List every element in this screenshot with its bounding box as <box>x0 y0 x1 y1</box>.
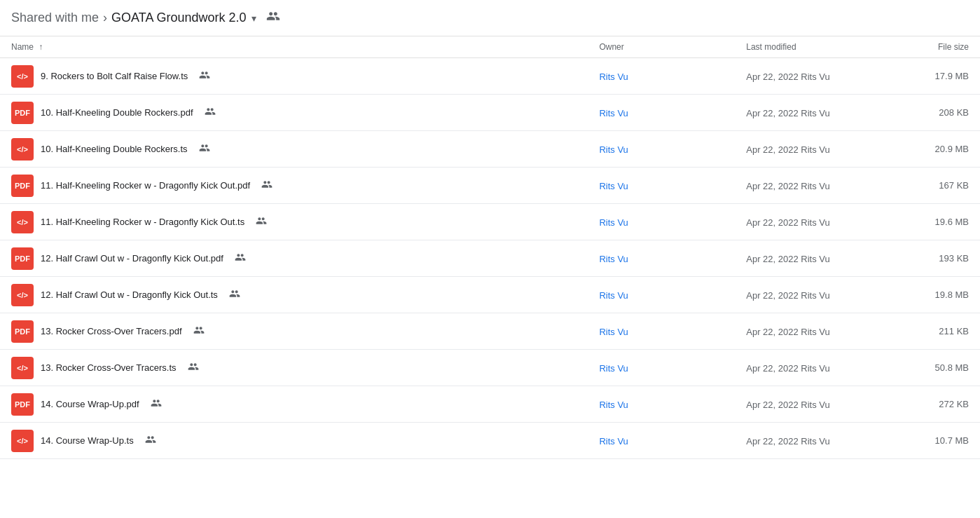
owner-link[interactable]: Rits Vu <box>599 327 628 337</box>
file-name-cell: PDF14. Course Wrap-Up.pdf <box>0 386 588 423</box>
col-header-modified[interactable]: Last modified <box>735 36 882 58</box>
table-row[interactable]: </>14. Course Wrap-Up.tsRits VuApr 22, 2… <box>0 423 980 459</box>
owner-link[interactable]: Rits Vu <box>599 144 628 155</box>
table-row[interactable]: PDF11. Half-Kneeling Rocker w - Dragonfl… <box>0 168 980 204</box>
col-header-owner[interactable]: Owner <box>588 36 735 58</box>
file-name-text: 11. Half-Kneeling Rocker w - Dragonfly K… <box>41 217 244 227</box>
owner-link[interactable]: Rits Vu <box>599 71 628 82</box>
file-name-text: 13. Rocker Cross-Over Tracers.pdf <box>41 326 182 336</box>
file-owner[interactable]: Rits Vu <box>588 240 735 277</box>
file-size: 17.9 MB <box>882 58 980 95</box>
file-name-text: 14. Course Wrap-Up.pdf <box>41 399 139 409</box>
file-owner[interactable]: Rits Vu <box>588 313 735 350</box>
file-size: 167 KB <box>882 168 980 204</box>
shared-with-people-icon <box>145 434 156 447</box>
col-header-name[interactable]: Name ↑ <box>0 36 588 58</box>
file-modified: Apr 22, 2022 Rits Vu <box>735 95 882 131</box>
file-name-cell: </>10. Half-Kneeling Double Rockers.ts <box>0 131 588 168</box>
breadcrumb-shared-with-me[interactable]: Shared with me <box>11 11 99 25</box>
file-name-cell: </>11. Half-Kneeling Rocker w - Dragonfl… <box>0 204 588 240</box>
pdf-icon: PDF <box>11 393 34 416</box>
table-row[interactable]: </>11. Half-Kneeling Rocker w - Dragonfl… <box>0 204 980 240</box>
file-owner[interactable]: Rits Vu <box>588 423 735 459</box>
owner-link[interactable]: Rits Vu <box>599 181 628 191</box>
shared-with-people-icon <box>199 69 210 83</box>
ts-icon: </> <box>11 211 34 233</box>
shared-with-people-icon <box>256 215 267 229</box>
ts-icon: </> <box>11 138 34 161</box>
shared-with-people-icon <box>229 288 240 301</box>
file-owner[interactable]: Rits Vu <box>588 168 735 204</box>
owner-link[interactable]: Rits Vu <box>599 436 628 447</box>
table-row[interactable]: PDF13. Rocker Cross-Over Tracers.pdfRits… <box>0 313 980 350</box>
pdf-icon: PDF <box>11 102 34 124</box>
shared-with-people-icon <box>151 397 162 411</box>
ts-icon: </> <box>11 284 34 306</box>
file-size: 211 KB <box>882 313 980 350</box>
shared-with-people-icon <box>188 361 199 374</box>
file-size: 193 KB <box>882 240 980 277</box>
file-name-text: 14. Course Wrap-Up.ts <box>41 435 134 446</box>
folder-dropdown-icon[interactable]: ▾ <box>250 11 258 25</box>
owner-link[interactable]: Rits Vu <box>599 290 628 301</box>
owner-link[interactable]: Rits Vu <box>599 217 628 228</box>
ts-icon: </> <box>11 65 34 88</box>
table-row[interactable]: PDF14. Course Wrap-Up.pdfRits VuApr 22, … <box>0 386 980 423</box>
file-modified: Apr 22, 2022 Rits Vu <box>735 240 882 277</box>
file-size: 272 KB <box>882 386 980 423</box>
col-header-size[interactable]: File size <box>882 36 980 58</box>
file-size: 50.8 MB <box>882 350 980 386</box>
file-owner[interactable]: Rits Vu <box>588 58 735 95</box>
file-size: 20.9 MB <box>882 131 980 168</box>
shared-people-icon[interactable] <box>266 9 280 27</box>
shared-with-people-icon <box>205 106 216 119</box>
sort-ascending-icon: ↑ <box>39 42 43 52</box>
file-owner[interactable]: Rits Vu <box>588 386 735 423</box>
owner-link[interactable]: Rits Vu <box>599 254 628 264</box>
file-name-cell: </>12. Half Crawl Out w - Dragonfly Kick… <box>0 277 588 313</box>
owner-link[interactable]: Rits Vu <box>599 400 628 410</box>
table-row[interactable]: PDF12. Half Crawl Out w - Dragonfly Kick… <box>0 240 980 277</box>
file-modified: Apr 22, 2022 Rits Vu <box>735 168 882 204</box>
file-name-cell: PDF11. Half-Kneeling Rocker w - Dragonfl… <box>0 168 588 204</box>
ts-icon: </> <box>11 430 34 452</box>
file-modified: Apr 22, 2022 Rits Vu <box>735 204 882 240</box>
table-row[interactable]: PDF10. Half-Kneeling Double Rockers.pdfR… <box>0 95 980 131</box>
file-modified: Apr 22, 2022 Rits Vu <box>735 350 882 386</box>
file-owner[interactable]: Rits Vu <box>588 277 735 313</box>
breadcrumb-separator: › <box>103 11 107 25</box>
breadcrumb-folder-name: GOATA Groundwork 2.0 <box>111 11 246 25</box>
file-owner[interactable]: Rits Vu <box>588 131 735 168</box>
owner-link[interactable]: Rits Vu <box>599 108 628 118</box>
file-name-text: 9. Rockers to Bolt Calf Raise Flow.ts <box>41 71 188 81</box>
table-header-row: Name ↑ Owner Last modified File size <box>0 36 980 58</box>
file-size: 208 KB <box>882 95 980 131</box>
file-modified: Apr 22, 2022 Rits Vu <box>735 313 882 350</box>
file-modified: Apr 22, 2022 Rits Vu <box>735 277 882 313</box>
file-name-cell: PDF10. Half-Kneeling Double Rockers.pdf <box>0 95 588 131</box>
file-name-cell: PDF13. Rocker Cross-Over Tracers.pdf <box>0 313 588 350</box>
shared-with-people-icon <box>261 179 272 192</box>
shared-with-people-icon <box>199 142 210 156</box>
table-row[interactable]: </>12. Half Crawl Out w - Dragonfly Kick… <box>0 277 980 313</box>
file-modified: Apr 22, 2022 Rits Vu <box>735 386 882 423</box>
file-name-text: 12. Half Crawl Out w - Dragonfly Kick Ou… <box>41 289 218 300</box>
owner-link[interactable]: Rits Vu <box>599 363 628 374</box>
file-size: 19.6 MB <box>882 204 980 240</box>
file-modified: Apr 22, 2022 Rits Vu <box>735 423 882 459</box>
file-owner[interactable]: Rits Vu <box>588 204 735 240</box>
table-row[interactable]: </>9. Rockers to Bolt Calf Raise Flow.ts… <box>0 58 980 95</box>
file-name-cell: </>9. Rockers to Bolt Calf Raise Flow.ts <box>0 58 588 95</box>
file-size: 10.7 MB <box>882 423 980 459</box>
file-owner[interactable]: Rits Vu <box>588 350 735 386</box>
file-owner[interactable]: Rits Vu <box>588 95 735 131</box>
file-modified: Apr 22, 2022 Rits Vu <box>735 131 882 168</box>
table-row[interactable]: </>10. Half-Kneeling Double Rockers.tsRi… <box>0 131 980 168</box>
file-table: Name ↑ Owner Last modified File size </>… <box>0 36 980 459</box>
pdf-icon: PDF <box>11 320 34 343</box>
shared-with-people-icon <box>235 252 246 265</box>
ts-icon: </> <box>11 357 34 379</box>
table-row[interactable]: </>13. Rocker Cross-Over Tracers.tsRits … <box>0 350 980 386</box>
file-name-text: 10. Half-Kneeling Double Rockers.pdf <box>41 107 193 118</box>
file-name-text: 12. Half Crawl Out w - Dragonfly Kick Ou… <box>41 253 223 264</box>
